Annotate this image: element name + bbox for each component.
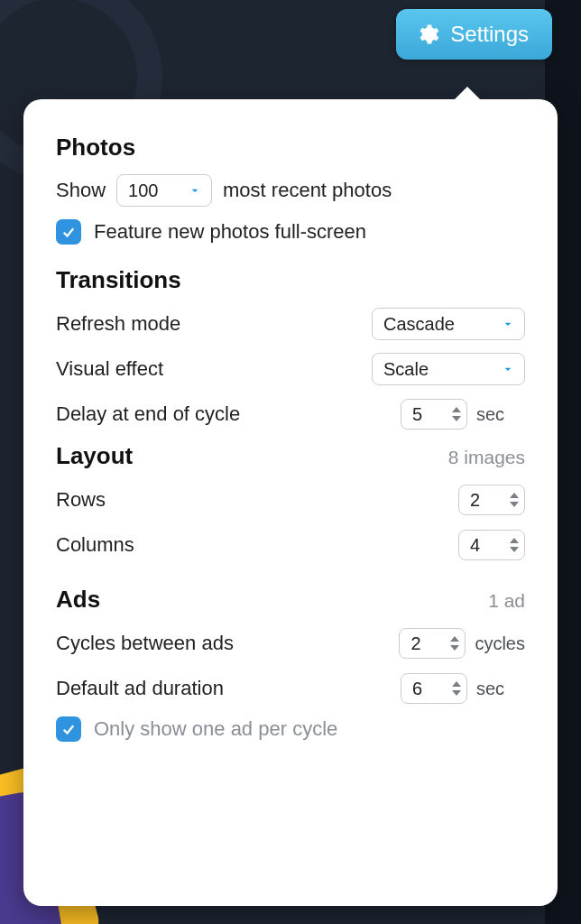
check-icon (60, 224, 77, 240)
cycles-value: 2 (410, 633, 420, 654)
transitions-heading: Transitions (56, 266, 525, 294)
ad-duration-value: 6 (412, 679, 422, 699)
rows-label: Rows (56, 488, 106, 512)
visual-effect-dropdown[interactable]: Scale (372, 353, 525, 385)
ad-duration-stepper[interactable]: 6 (401, 673, 467, 704)
rows-value: 2 (470, 490, 480, 511)
stepper-arrows-icon (510, 538, 519, 552)
stepper-arrows-icon (450, 636, 459, 651)
check-icon (60, 721, 77, 737)
only-one-ad-checkbox[interactable] (56, 716, 81, 742)
columns-value: 4 (470, 535, 480, 556)
refresh-mode-value: Cascade (383, 314, 455, 335)
refresh-mode-dropdown[interactable]: Cascade (372, 308, 525, 340)
ads-summary: 1 ad (488, 590, 525, 612)
rows-stepper[interactable]: 2 (458, 485, 525, 515)
chevron-down-icon (188, 183, 202, 198)
cycles-unit: cycles (475, 633, 525, 654)
delay-value: 5 (412, 404, 422, 425)
cycles-stepper[interactable]: 2 (399, 628, 466, 659)
delay-stepper[interactable]: 5 (401, 399, 467, 430)
gear-icon (414, 22, 439, 47)
chevron-down-icon (501, 362, 515, 376)
chevron-down-icon (501, 317, 515, 331)
settings-button[interactable]: Settings (396, 9, 552, 60)
layout-summary: 8 images (448, 447, 525, 468)
refresh-mode-label: Refresh mode (56, 312, 180, 336)
ad-duration-label: Default ad duration (56, 677, 224, 700)
photos-show-count-value: 100 (128, 180, 158, 201)
ads-heading: Ads (56, 586, 100, 614)
feature-photos-checkbox[interactable] (56, 219, 81, 245)
photos-show-prefix: Show (56, 179, 106, 202)
stepper-arrows-icon (510, 493, 519, 507)
photos-show-count-dropdown[interactable]: 100 (116, 174, 212, 207)
ad-duration-unit: sec (476, 679, 525, 699)
settings-button-label: Settings (450, 22, 529, 47)
columns-stepper[interactable]: 4 (458, 530, 525, 560)
only-one-ad-label: Only show one ad per cycle (94, 717, 337, 741)
settings-panel: Photos Show 100 most recent photos Featu… (23, 99, 558, 906)
visual-effect-value: Scale (383, 359, 429, 380)
delay-unit: sec (476, 404, 525, 425)
layout-heading: Layout (56, 442, 133, 470)
cycles-between-ads-label: Cycles between ads (56, 632, 234, 655)
stepper-arrows-icon (452, 681, 461, 696)
columns-label: Columns (56, 533, 134, 557)
feature-photos-label: Feature new photos full-screen (94, 220, 366, 244)
stepper-arrows-icon (452, 407, 461, 421)
photos-show-suffix: most recent photos (223, 179, 392, 202)
delay-label: Delay at end of cycle (56, 402, 240, 426)
photos-heading: Photos (56, 134, 525, 162)
visual-effect-label: Visual effect (56, 357, 163, 381)
